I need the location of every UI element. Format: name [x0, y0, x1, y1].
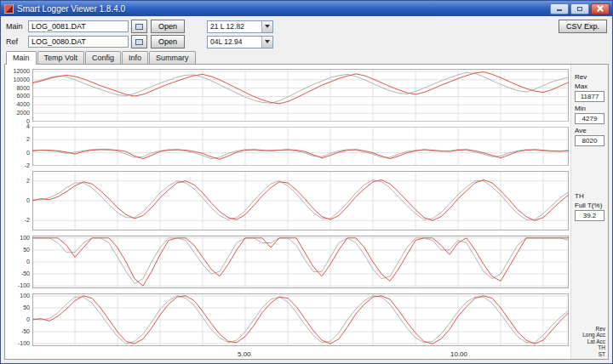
y-tick-label: 12000 — [14, 68, 30, 75]
plot-rev — [32, 69, 569, 122]
th-label: TH — [575, 192, 605, 200]
y-axis-long-acc: 420-2 — [9, 127, 32, 166]
y-tick-label: -2 — [25, 162, 30, 169]
window-controls — [550, 3, 610, 14]
y-tick-label: 100 — [20, 235, 30, 242]
chevron-down-icon — [261, 21, 272, 32]
title-bar[interactable]: Smart Logger Viewer 1.8.4.0 — [1, 1, 612, 16]
ref-open-button[interactable]: Open — [151, 35, 185, 48]
tab-content: 120001000080006000400020000420-220-21005… — [4, 64, 609, 360]
y-axis-th: 100500-50-100 — [9, 236, 32, 288]
legend-item: ST — [582, 351, 605, 358]
y-tick-label: -50 — [21, 270, 30, 277]
ave-label: Ave — [575, 127, 605, 134]
y-tick-label: 2 — [26, 178, 30, 185]
y-tick-label: 4000 — [16, 101, 30, 108]
y-axis-st: 100500-50-100 — [9, 293, 32, 346]
y-tick-label: -2 — [25, 217, 30, 224]
y-tick-label: 0 — [26, 150, 30, 156]
legend-item: Lat Acc — [582, 338, 605, 345]
ref-file-label: Ref — [6, 37, 28, 46]
main-file-label: Main — [6, 22, 28, 31]
x-tick-label: 10.00 — [450, 350, 467, 358]
y-tick-label: 6000 — [16, 93, 30, 100]
charts: 120001000080006000400020000420-220-21005… — [5, 65, 570, 359]
y-tick-label: 2 — [26, 136, 30, 143]
app-icon — [4, 4, 14, 14]
ref-file-row: Ref Open 04L 12.94 — [6, 34, 609, 49]
ref-file-input[interactable] — [28, 36, 129, 48]
csv-export-button[interactable]: CSV Exp. — [559, 20, 607, 33]
legend-item: Long Acc — [582, 332, 605, 338]
plot-st — [32, 293, 569, 346]
ref-file-view-button[interactable] — [131, 35, 147, 48]
y-tick-label: 0 — [26, 197, 30, 204]
close-icon[interactable] — [591, 3, 610, 14]
x-tick-label: 5.00 — [238, 350, 251, 358]
legend-item: Rev — [582, 326, 605, 333]
y-tick-label: 4 — [26, 123, 30, 130]
main-channel-select[interactable]: 21 L 12.82 — [207, 20, 273, 33]
tab-bar: MainTemp VoltConfigInfoSummary — [6, 51, 612, 65]
y-tick-label: 8000 — [16, 85, 30, 92]
y-tick-label: 10000 — [14, 77, 30, 83]
full-t-value: 39.2 — [575, 210, 604, 221]
full-t-label: Full T(%) — [575, 202, 605, 209]
maximize-icon[interactable] — [570, 3, 589, 14]
y-tick-label: -100 — [18, 282, 30, 289]
x-axis: 5.0010.00 — [9, 351, 570, 360]
stats-panel: Rev Max 11877 Min 4279 Ave 8020 TH Full … — [570, 65, 608, 359]
main-file-input[interactable] — [28, 20, 129, 32]
plot-long-acc — [32, 127, 569, 166]
minimize-icon[interactable] — [550, 3, 569, 14]
y-axis-rev: 120001000080006000400020000 — [9, 69, 32, 122]
chart-long-acc: 420-2 — [9, 127, 570, 166]
toolbar: Main Open 21 L 12.82 Ref Open 04L 12.94 … — [1, 16, 612, 50]
y-axis-lat-acc: 20-2 — [9, 171, 32, 230]
chart-lat-acc: 20-2 — [9, 171, 570, 230]
y-tick-label: -100 — [18, 340, 30, 347]
app-window: Smart Logger Viewer 1.8.4.0 Main Open 21… — [0, 0, 613, 364]
monitor-icon — [135, 24, 143, 30]
min-label: Min — [575, 105, 605, 112]
y-tick-label: 0 — [26, 259, 30, 265]
chart-st: 100500-50-100 — [9, 293, 570, 346]
legend-item: TH — [582, 344, 605, 351]
y-tick-label: 100 — [20, 293, 30, 299]
main-file-row: Main Open 21 L 12.82 — [6, 19, 609, 34]
ref-channel-value: 04L 12.94 — [210, 37, 243, 46]
tab-main[interactable]: Main — [6, 51, 37, 65]
y-tick-label: 50 — [23, 304, 30, 311]
main-open-button[interactable]: Open — [151, 20, 185, 33]
tab-config[interactable]: Config — [85, 51, 121, 64]
tab-summary[interactable]: Summary — [149, 51, 196, 64]
channel-legend: RevLong AccLat AccTHST — [582, 326, 605, 358]
max-label: Max — [575, 82, 605, 90]
y-tick-label: 0 — [26, 316, 30, 323]
rev-label: Rev — [575, 73, 605, 81]
plot-th — [32, 236, 569, 288]
min-value: 4279 — [575, 113, 604, 124]
tab-temp-volt[interactable]: Temp Volt — [37, 51, 85, 64]
main-file-view-button[interactable] — [131, 20, 147, 33]
plot-lat-acc — [32, 171, 569, 230]
max-value: 11877 — [575, 91, 604, 102]
chevron-down-icon — [261, 37, 272, 48]
main-channel-value: 21 L 12.82 — [210, 22, 244, 31]
y-tick-label: 2000 — [16, 110, 30, 117]
ave-value: 8020 — [575, 135, 604, 146]
monitor-icon — [135, 39, 143, 45]
window-title: Smart Logger Viewer 1.8.4.0 — [17, 4, 550, 14]
y-tick-label: -50 — [21, 328, 30, 335]
tab-info[interactable]: Info — [122, 51, 148, 64]
y-tick-label: 50 — [23, 247, 30, 253]
ref-channel-select[interactable]: 04L 12.94 — [207, 36, 273, 48]
chart-th: 100500-50-100 — [9, 236, 570, 288]
chart-rev: 120001000080006000400020000 — [9, 69, 570, 122]
